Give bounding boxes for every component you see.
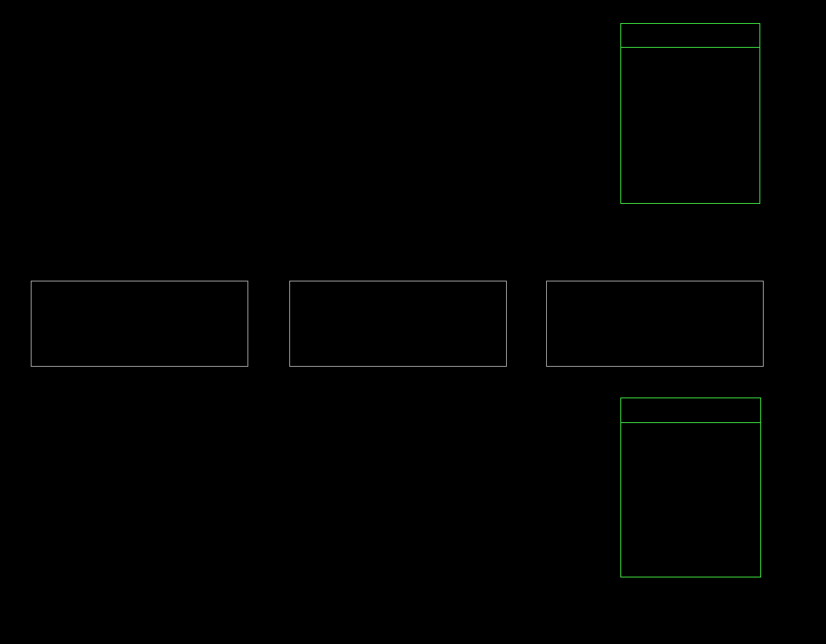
thumbnail-evidence-f2-trace <box>546 281 764 367</box>
aip-table <box>620 397 761 577</box>
aip-table-title <box>621 398 760 423</box>
autoscala-table <box>620 23 760 204</box>
autoscala-table-title <box>621 24 759 48</box>
thumbnail-eliminate-reflections <box>289 281 507 367</box>
autoscala-table-rows <box>621 48 759 203</box>
thumbnail-original-ionogram <box>31 281 248 367</box>
autoscala-screen <box>0 0 826 644</box>
